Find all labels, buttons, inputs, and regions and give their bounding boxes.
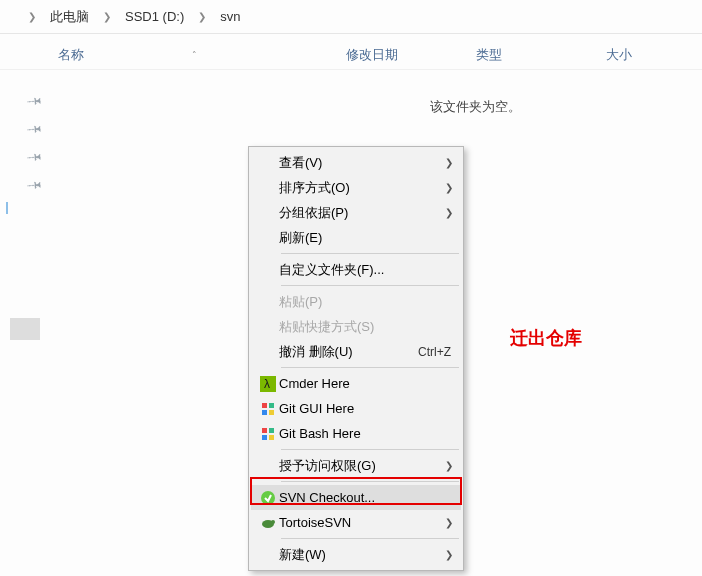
menu-separator xyxy=(281,538,459,539)
git-icon xyxy=(257,426,279,442)
menu-group[interactable]: 分组依据(P) ❯ xyxy=(251,200,461,225)
menu-separator xyxy=(281,285,459,286)
svg-rect-7 xyxy=(269,428,274,433)
column-headers: 名称 ˄ 修改日期 类型 大小 xyxy=(0,34,702,70)
sidebar-placeholder xyxy=(10,318,40,340)
menu-refresh[interactable]: 刷新(E) xyxy=(251,225,461,250)
pin-icon: 📌︎ xyxy=(22,173,46,197)
menu-sort[interactable]: 排序方式(O) ❯ xyxy=(251,175,461,200)
pin-icon: 📌︎ xyxy=(22,117,46,141)
menu-customize-folder[interactable]: 自定义文件夹(F)... xyxy=(251,257,461,282)
column-size[interactable]: 大小 xyxy=(606,46,686,64)
breadcrumb-item[interactable]: SSD1 (D:) xyxy=(121,7,188,26)
menu-separator xyxy=(281,481,459,482)
svg-rect-4 xyxy=(262,410,267,415)
menu-accelerator: Ctrl+Z xyxy=(418,345,455,359)
svg-point-10 xyxy=(261,491,275,505)
menu-separator xyxy=(281,367,459,368)
annotation-label: 迁出仓库 xyxy=(510,326,582,350)
menu-svn-checkout[interactable]: SVN Checkout... xyxy=(251,485,461,510)
svn-checkout-icon xyxy=(257,490,279,506)
breadcrumb-item[interactable]: 此电脑 xyxy=(46,6,93,28)
chevron-right-icon: ❯ xyxy=(445,182,453,193)
column-date[interactable]: 修改日期 xyxy=(346,46,476,64)
lambda-icon: λ xyxy=(257,376,279,392)
menu-cmder-here[interactable]: λ Cmder Here xyxy=(251,371,461,396)
svg-rect-8 xyxy=(262,435,267,440)
git-icon xyxy=(257,401,279,417)
selection-indicator xyxy=(6,202,8,214)
svg-rect-6 xyxy=(262,428,267,433)
column-type[interactable]: 类型 xyxy=(476,46,606,64)
chevron-right-icon: ❯ xyxy=(93,11,121,22)
breadcrumb[interactable]: ❯ 此电脑 ❯ SSD1 (D:) ❯ svn xyxy=(0,0,702,34)
svg-rect-9 xyxy=(269,435,274,440)
menu-view[interactable]: 查看(V) ❯ xyxy=(251,150,461,175)
chevron-right-icon: ❯ xyxy=(445,157,453,168)
menu-separator xyxy=(281,449,459,450)
menu-git-gui[interactable]: Git GUI Here xyxy=(251,396,461,421)
svg-point-12 xyxy=(271,520,275,524)
svg-text:λ: λ xyxy=(264,377,270,391)
chevron-right-icon: ❯ xyxy=(18,11,46,22)
svg-rect-2 xyxy=(262,403,267,408)
chevron-right-icon: ❯ xyxy=(445,460,453,471)
context-menu: 查看(V) ❯ 排序方式(O) ❯ 分组依据(P) ❯ 刷新(E) 自定义文件夹… xyxy=(248,146,464,571)
chevron-right-icon: ❯ xyxy=(445,549,453,560)
tortoise-icon xyxy=(257,515,279,531)
svg-rect-3 xyxy=(269,403,274,408)
menu-git-bash[interactable]: Git Bash Here xyxy=(251,421,461,446)
menu-tortoisesvn[interactable]: TortoiseSVN ❯ xyxy=(251,510,461,535)
menu-grant-access[interactable]: 授予访问权限(G) ❯ xyxy=(251,453,461,478)
chevron-right-icon: ❯ xyxy=(445,517,453,528)
column-name[interactable]: 名称 ˄ xyxy=(58,46,346,64)
menu-paste: 粘贴(P) xyxy=(251,289,461,314)
empty-folder-message: 该文件夹为空。 xyxy=(430,98,521,116)
svg-rect-5 xyxy=(269,410,274,415)
caret-up-icon: ˄ xyxy=(192,50,197,60)
menu-undo-delete[interactable]: 撤消 删除(U) Ctrl+Z xyxy=(251,339,461,364)
breadcrumb-item[interactable]: svn xyxy=(216,7,244,26)
menu-paste-shortcut: 粘贴快捷方式(S) xyxy=(251,314,461,339)
chevron-right-icon: ❯ xyxy=(445,207,453,218)
pin-icon: 📌︎ xyxy=(22,145,46,169)
chevron-right-icon: ❯ xyxy=(188,11,216,22)
menu-separator xyxy=(281,253,459,254)
menu-new[interactable]: 新建(W) ❯ xyxy=(251,542,461,567)
pin-icon: 📌︎ xyxy=(22,89,46,113)
